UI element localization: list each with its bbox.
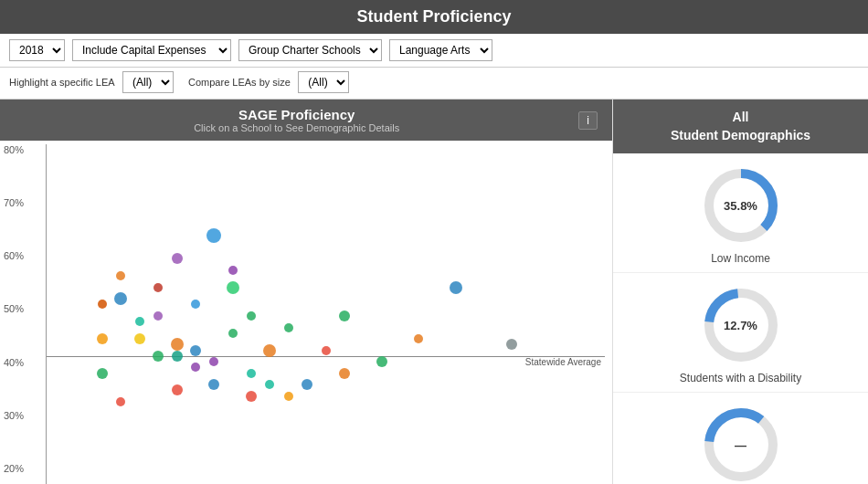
low-income-value: 35.8% — [724, 199, 757, 213]
main-content: SAGE Proficiency Click on a School to Se… — [0, 100, 868, 484]
scatter-dot[interactable] — [190, 345, 201, 356]
scatter-dot[interactable] — [414, 334, 423, 343]
scatter-dot[interactable] — [172, 384, 183, 395]
scatter-dot[interactable] — [339, 368, 350, 379]
scatter-dot[interactable] — [506, 339, 517, 350]
donut-low-income: 35.8% — [700, 164, 782, 247]
scatter-dot[interactable] — [246, 391, 257, 402]
compare-select[interactable]: (All) — [298, 71, 349, 93]
disability-label: Students with a Disability — [620, 372, 861, 384]
demo-third: — — [613, 393, 868, 484]
scatter-plot[interactable]: Statewide Average — [46, 144, 605, 484]
scatter-dot[interactable] — [191, 363, 200, 372]
donut-disability: 12.7% — [700, 284, 782, 366]
y-label-50: 50% — [4, 303, 24, 314]
low-income-label: Low Income — [620, 252, 861, 265]
third-value: — — [735, 438, 746, 452]
scatter-dot[interactable] — [116, 397, 125, 406]
scatter-dot[interactable] — [172, 351, 183, 362]
chart-panel: SAGE Proficiency Click on a School to Se… — [0, 100, 612, 484]
scatter-dot[interactable] — [284, 323, 293, 332]
statewide-label: Statewide Average — [525, 357, 601, 367]
scatter-dot[interactable] — [209, 357, 218, 366]
demo-header: All Student Demographics — [613, 100, 868, 153]
sage-header: SAGE Proficiency Click on a School to Se… — [0, 100, 612, 141]
school-type-select[interactable]: Group Charter Schools All Schools — [238, 39, 382, 61]
y-label-30: 30% — [4, 410, 24, 421]
demo-low-income: 35.8% Low Income — [613, 153, 868, 273]
demo-disability: 12.7% Students with a Disability — [613, 273, 868, 393]
compare-group: Compare LEAs by size (All) — [188, 71, 349, 93]
scatter-dot[interactable] — [376, 356, 387, 367]
demographics-panel: All Student Demographics 35.8% Low Incom… — [612, 100, 868, 484]
y-label-40: 40% — [4, 357, 24, 368]
scatter-dot[interactable] — [172, 253, 183, 264]
page-title: Student Proficiency — [0, 0, 868, 34]
scatter-dot[interactable] — [228, 266, 238, 275]
chart-area: 80% 70% 60% 50% 40% 30% 20% Statewide Av… — [0, 141, 612, 484]
year-select[interactable]: 2018 2017 2016 — [9, 39, 65, 61]
demo-header-line2: Student Demographics — [620, 127, 861, 145]
highlight-label: Highlight a specific LEA — [9, 77, 115, 88]
scatter-dot[interactable] — [153, 311, 163, 321]
highlight-group: Highlight a specific LEA (All) — [9, 71, 174, 93]
scatter-dot[interactable] — [228, 329, 238, 338]
statewide-line: Statewide Average — [47, 356, 605, 367]
scatter-dot[interactable] — [153, 283, 163, 292]
sage-title: SAGE Proficiency — [15, 107, 578, 122]
scatter-dot[interactable] — [206, 228, 221, 243]
y-label-70: 70% — [4, 197, 24, 208]
y-label-60: 60% — [4, 250, 24, 261]
controls-row: 2018 2017 2016 Include Capital Expenses … — [0, 34, 868, 68]
demo-header-line1: All — [620, 109, 861, 127]
scatter-dot[interactable] — [97, 333, 108, 344]
y-label-20: 20% — [4, 463, 24, 474]
disability-value: 12.7% — [724, 319, 757, 332]
scatter-dot[interactable] — [171, 338, 184, 351]
scatter-dot[interactable] — [247, 311, 256, 321]
sage-header-text: SAGE Proficiency Click on a School to Se… — [15, 107, 578, 133]
scatter-dot[interactable] — [322, 346, 331, 355]
highlight-row: Highlight a specific LEA (All) Compare L… — [0, 68, 868, 100]
scatter-dot[interactable] — [98, 300, 107, 309]
scatter-dot[interactable] — [263, 344, 276, 357]
sage-subtitle: Click on a School to See Demographic Det… — [15, 122, 578, 133]
donut-third: — — [700, 404, 782, 484]
scatter-dot[interactable] — [450, 281, 462, 294]
scatter-dot[interactable] — [97, 368, 108, 379]
scatter-dot[interactable] — [302, 379, 312, 390]
scatter-dot[interactable] — [265, 380, 274, 389]
scatter-dot[interactable] — [114, 292, 127, 305]
highlight-select[interactable]: (All) — [122, 71, 174, 93]
info-button[interactable]: i — [578, 111, 598, 130]
scatter-dot[interactable] — [191, 300, 200, 309]
scatter-dot[interactable] — [247, 369, 256, 378]
scatter-dot[interactable] — [208, 379, 219, 390]
subject-select[interactable]: Language Arts Math — [389, 39, 492, 61]
scatter-dot[interactable] — [134, 333, 145, 344]
expense-select[interactable]: Include Capital Expenses Exclude Capital… — [72, 39, 231, 61]
scatter-dot[interactable] — [135, 317, 144, 326]
scatter-dot[interactable] — [116, 271, 125, 280]
y-axis-labels: 80% 70% 60% 50% 40% 30% 20% — [4, 144, 24, 474]
scatter-dot[interactable] — [339, 310, 350, 321]
scatter-dot[interactable] — [284, 392, 293, 401]
scatter-dot[interactable] — [227, 281, 239, 294]
scatter-dot[interactable] — [153, 351, 164, 362]
y-label-80: 80% — [4, 144, 24, 155]
compare-label: Compare LEAs by size — [188, 77, 291, 88]
